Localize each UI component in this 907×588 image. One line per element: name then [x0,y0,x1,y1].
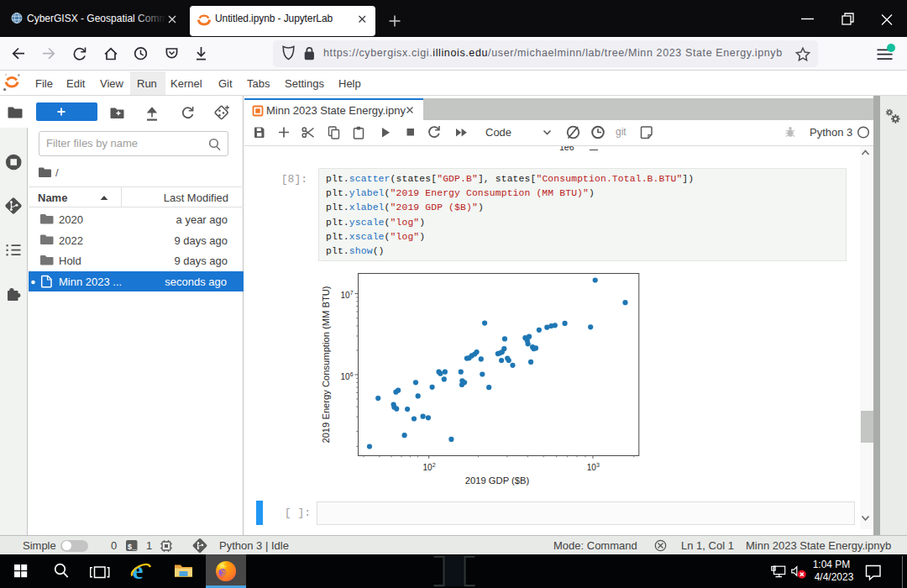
svg-text:$_: $_ [128,543,137,552]
